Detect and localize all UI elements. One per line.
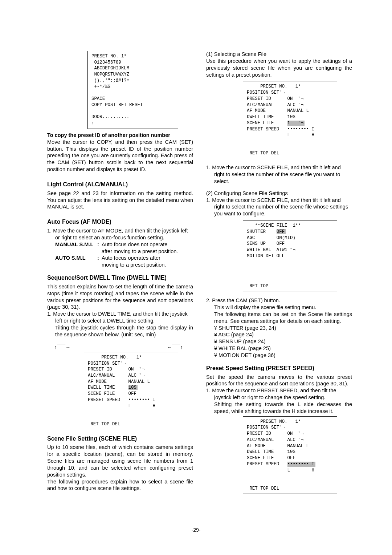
config-list1: 1. Move the cursor to SCENE FILE, and th… — [206, 197, 352, 218]
af-auto-val1: Auto focus operates after — [102, 255, 193, 262]
preset-item-1: 1. Move the cursor to PRESET SPEED, and … — [214, 387, 352, 414]
cfg1: Move the cursor to SCENE FILE, and then … — [212, 197, 348, 217]
dwell-list: 1. Move the cursor to DWELL TIME, and th… — [47, 311, 193, 338]
page-number: -29- — [0, 527, 392, 533]
osd-screen2-hl: 10S — [128, 385, 138, 390]
columns: PRESET NO. 1* 0123456789 ABCDEFGHIJKLM N… — [47, 51, 352, 494]
config-item-1: 1. Move the cursor to SCENE FILE, and th… — [214, 197, 352, 218]
af-manual-row: MANUAL S.M.L : Auto focus does not opera… — [55, 241, 193, 248]
osd-screen-preset-id: PRESET NO. 1* 0123456789 ABCDEFGHIJKLM N… — [87, 51, 178, 129]
af-manual-val2: after moving to a preset position. — [102, 248, 193, 255]
cfg2c: The following items can be set on the Sc… — [214, 311, 352, 325]
af-manual-val1: Auto focus does not operate — [102, 241, 193, 248]
osd-screen4-pre: **SCENE FILE 1** SHUTTER — [247, 223, 301, 234]
af-manual-label: MANUAL S.M.L — [55, 241, 97, 248]
preset1a: Move the cursor to PRESET SPEED, and the… — [212, 388, 336, 400]
af1-text: Move the cursor to AF MODE, and then til… — [53, 228, 188, 240]
select-item-1: 1. Move the cursor to SCENE FILE, and th… — [214, 164, 352, 185]
osd-screen2-post: SCENE FILE OFF PRESET SPEED •••••••• I L… — [88, 391, 155, 427]
osd-screen-scene-select: PRESET NO. 1* POSITION SET"¬ PRESET ID O… — [243, 81, 337, 159]
dwell1a: Move the cursor to DWELL TIME, and then … — [53, 311, 188, 324]
copy-paragraph: Move the cursor to COPY, and then press … — [47, 139, 193, 173]
scene-para2: The following procedures explain how to … — [47, 478, 193, 492]
bullet-shutter: SHUTTER (page 23, 24) — [222, 325, 352, 332]
osd-screen-scene-file: **SCENE FILE 1** SHUTTER OFF AGC ON(MID)… — [243, 220, 337, 292]
bullet-agc: AGC (page 24) — [222, 331, 352, 338]
select-list: 1. Move the cursor to SCENE FILE, and th… — [206, 164, 352, 185]
cycle-arrows: ↑ → ← ↑ — [47, 344, 193, 351]
select-para: Use this procedure when you want to appl… — [206, 58, 352, 78]
scene-para1: Up to 10 scene files, each of which cont… — [47, 444, 193, 478]
osd-screen5-pre: PRESET NO. 1* POSITION SET"¬ PRESET ID O… — [247, 419, 309, 467]
cycle-arrow-right-icon: ← ↑ — [167, 344, 183, 351]
right-column: (1) Selecting a Scene File Use this proc… — [206, 51, 352, 494]
osd-screen3-pre: PRESET NO. 1* POSITION SET"¬ PRESET ID O… — [247, 84, 309, 125]
osd-screen2-pre: PRESET NO. 1* POSITION SET"¬ PRESET ID O… — [88, 355, 150, 390]
osd-screen1-text: PRESET NO. 1* 0123456789 ABCDEFGHIJKLM N… — [91, 54, 143, 119]
preset-para: Set the speed the camera moves to the va… — [206, 374, 352, 388]
osd-screen-preset-speed: PRESET NO. 1* POSITION SET"¬ PRESET ID O… — [243, 416, 337, 494]
select-heading: (1) Selecting a Scene File — [206, 51, 352, 58]
cycle-arrow-left-icon: ↑ → — [54, 344, 70, 351]
heading-scene-file: Scene File Setting (SCENE FILE) — [47, 435, 193, 443]
page: PRESET NO. 1* 0123456789 ABCDEFGHIJKLM N… — [0, 0, 392, 555]
config-list2: 2. Press the CAM (SET) button. This will… — [206, 297, 352, 359]
left-column: PRESET NO. 1* 0123456789 ABCDEFGHIJKLM N… — [47, 51, 193, 494]
up-arrow-icon: ↑ — [91, 121, 94, 126]
heading-preset-speed: Preset Speed Setting (PRESET SPEED) — [206, 365, 352, 372]
preset1b: Shifting the setting towards the L side … — [214, 401, 352, 415]
config-heading: (2) Configuring Scene File Settings — [206, 190, 352, 197]
cfg2b: This will display the scene file setting… — [214, 304, 352, 311]
af-auto-val2: moving to a preset position. — [102, 262, 193, 268]
osd-screen4-hl: OFF — [277, 229, 286, 234]
dwell1b: Tilting the joystick cycles through the … — [55, 324, 193, 338]
heading-light-control: Light Control (ALC/MANUAL) — [47, 181, 193, 189]
osd-screen4-post: AGC ON(MID) SENS UP OFF WHITE BAL ATW1 "… — [247, 235, 295, 289]
osd-screen-dwell: PRESET NO. 1* POSITION SET"¬ PRESET ID O… — [84, 352, 178, 430]
light-para: See page 22 and 23 for information on th… — [47, 190, 193, 211]
bullets: SHUTTER (page 23, 24) AGC (page 24) SENS… — [214, 325, 352, 359]
sel1: Move the cursor to SCENE FILE, and then … — [212, 165, 341, 184]
bullet-motiondet: MOTION DET (page 36) — [222, 352, 352, 359]
af-item-1: 1. Move the cursor to AF MODE, and then … — [55, 227, 193, 241]
osd-screen3-post: PRESET SPEED •••••••• I L H RET TOP DEL — [247, 127, 314, 156]
osd-screen5-post: L H RET TOP DEL — [247, 468, 314, 491]
config-item-2: 2. Press the CAM (SET) button. This will… — [214, 297, 352, 359]
af-manual-row2: after moving to a preset position. — [55, 248, 193, 255]
af-list: 1. Move the cursor to AF MODE, and then … — [47, 227, 193, 241]
osd-screen5-hl: •••••••• I — [287, 462, 315, 467]
bullet-sensup: SENS UP (page 24) — [222, 338, 352, 345]
copy-heading: To copy the preset ID of another positio… — [47, 132, 193, 139]
af-auto-row2: moving to a preset position. — [55, 262, 193, 268]
dwell-item-1: 1. Move the cursor to DWELL TIME, and th… — [55, 311, 193, 338]
af-auto-row: AUTO S.M.L : Auto focus operates after — [55, 255, 193, 262]
bullet-whitebal: WHITE BAL (page 25) — [222, 345, 352, 352]
af-auto-label: AUTO S.M.L — [55, 255, 97, 262]
dwell-para: This section explains how to set the len… — [47, 283, 193, 311]
cfg2a: Press the CAM (SET) button. — [212, 297, 280, 303]
colon: : — [97, 255, 102, 262]
colon: : — [97, 241, 102, 248]
preset-list: 1. Move the cursor to PRESET SPEED, and … — [206, 387, 352, 414]
osd-screen3-hl: 1 "¬ — [287, 121, 305, 126]
heading-af-mode: Auto Focus (AF MODE) — [47, 218, 193, 226]
heading-dwell-time: Sequence/Sort DWELL Time (DWELL TIME) — [47, 274, 193, 282]
